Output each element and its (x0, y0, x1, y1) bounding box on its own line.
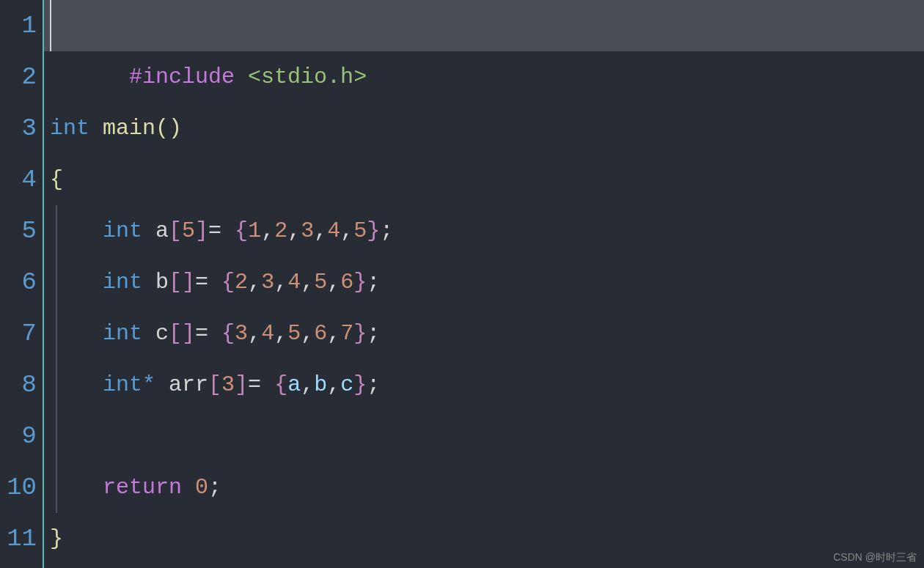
line-number: 3 (0, 103, 43, 154)
watermark-text: CSDN @时时三省 (833, 551, 917, 564)
line-number: 11 (0, 513, 43, 564)
code-editor[interactable]: 1 2 3 4 5 6 7 8 9 10 11 #include <stdio.… (0, 0, 924, 568)
code-line-5[interactable]: int a[5]= {1,2,3,4,5}; (44, 205, 924, 257)
code-line-10[interactable]: return 0; (44, 462, 924, 513)
code-line-8[interactable]: int* arr[3]= {a,b,c}; (44, 359, 924, 410)
type-token: int (103, 270, 142, 295)
variable: a (142, 218, 169, 243)
line-number: 6 (0, 257, 43, 308)
line-number: 1 (0, 0, 43, 51)
code-content-area[interactable]: #include <stdio.h> int main() { int a[5]… (44, 0, 924, 568)
type-token: int (103, 372, 142, 397)
text-cursor (50, 0, 51, 51)
line-number: 5 (0, 205, 43, 257)
type-token: int (103, 218, 142, 243)
function-name: main (103, 116, 155, 141)
code-line-9[interactable] (44, 410, 924, 462)
code-line-11[interactable]: } (44, 513, 924, 564)
line-number: 4 (0, 154, 43, 205)
line-number: 8 (0, 359, 43, 410)
parentheses: () (155, 116, 182, 141)
line-number: 9 (0, 410, 43, 462)
variable: c (142, 321, 169, 346)
variable: b (142, 270, 169, 295)
type-token: int (50, 116, 89, 141)
brace-close: } (50, 526, 63, 551)
line-number: 10 (0, 462, 43, 513)
code-line-6[interactable]: int b[]= {2,3,4,5,6}; (44, 257, 924, 308)
code-line-7[interactable]: int c[]= {3,4,5,6,7}; (44, 308, 924, 359)
code-line-2[interactable] (44, 51, 924, 103)
variable: arr (155, 372, 208, 397)
type-token: int (103, 321, 142, 346)
code-line-4[interactable]: { (44, 154, 924, 205)
line-number: 7 (0, 308, 43, 359)
return-token: return (103, 475, 182, 500)
line-number-gutter: 1 2 3 4 5 6 7 8 9 10 11 (0, 0, 44, 568)
code-line-3[interactable]: int main() (44, 103, 924, 154)
line-number: 2 (0, 51, 43, 103)
code-line-1[interactable]: #include <stdio.h> (44, 0, 924, 51)
brace-open: { (50, 167, 63, 192)
